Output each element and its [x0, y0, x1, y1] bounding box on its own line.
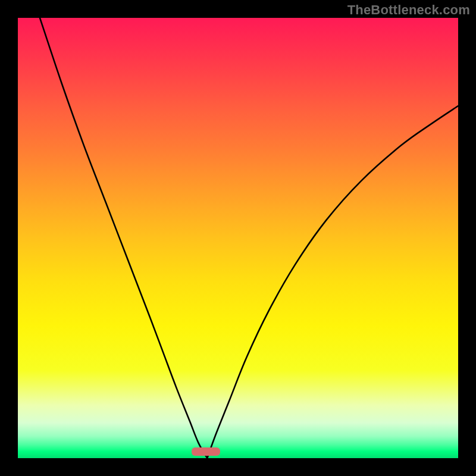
watermark-text: TheBottleneck.com	[347, 2, 470, 18]
curve-left-curve	[40, 18, 207, 458]
chart-frame: TheBottleneck.com	[0, 0, 476, 476]
vertex-marker	[192, 447, 220, 455]
curve-right-curve	[207, 106, 458, 458]
bottleneck-curve	[18, 18, 458, 458]
plot-area	[18, 18, 458, 458]
